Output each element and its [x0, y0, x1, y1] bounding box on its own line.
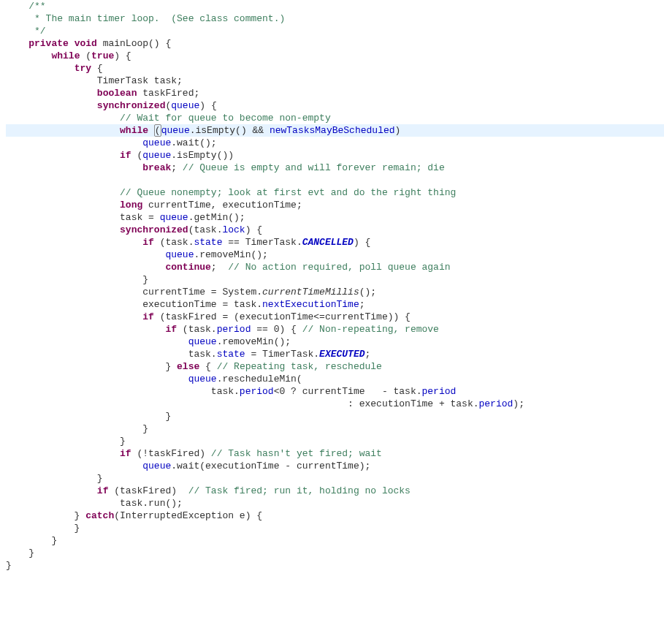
token-kw: if [142, 311, 154, 322]
token-comment: // Non-repeating, remove [302, 324, 439, 335]
code-line[interactable]: while (true) { [6, 50, 664, 62]
code-line[interactable]: } else { // Repeating task, reschedule [6, 360, 664, 373]
token-comment: // Wait for queue to become non-empty [120, 113, 331, 124]
code-line[interactable]: // Queue nonempty; look at first evt and… [6, 186, 664, 199]
token-kw: catch [85, 510, 114, 521]
token-comment: * The main timer loop. (See class commen… [28, 13, 285, 24]
token-kw: while [51, 50, 80, 61]
code-line[interactable]: synchronized(task.lock) { [6, 224, 664, 236]
code-line[interactable]: task.state = TimerTask.EXECUTED; [6, 348, 664, 360]
token-field: queue [188, 336, 217, 347]
code-line[interactable]: } catch(InterruptedException e) { [6, 509, 664, 522]
token-kw: synchronized [120, 224, 188, 235]
token-field: newTasksMayBeScheduled [270, 125, 395, 136]
token-kw: while [120, 125, 148, 136]
code-line[interactable]: } [6, 472, 664, 485]
token-field: nextExecutionTime [262, 299, 359, 310]
token-kw: boolean [97, 88, 137, 99]
code-line[interactable]: } [6, 435, 664, 447]
token-kw: private [28, 38, 69, 49]
token-staticf: EXECUTED [319, 349, 365, 360]
token-field: lock [222, 224, 245, 235]
code-line[interactable]: break; // Queue is empty and will foreve… [6, 162, 664, 174]
token-field: queue [171, 100, 199, 111]
code-line[interactable]: // Wait for queue to become non-empty [6, 112, 664, 124]
code-line[interactable]: if (!taskFired) // Task hasn't yet fired… [6, 447, 664, 460]
token-comment: // Task fired; run it, holding no locks [188, 485, 411, 496]
token-kw: if [120, 150, 131, 161]
code-line[interactable] [6, 174, 664, 186]
code-line[interactable]: queue.wait(executionTime - currentTime); [6, 460, 664, 472]
code-line[interactable]: executionTime = task.nextExecutionTime; [6, 298, 664, 311]
code-line[interactable]: currentTime = System.currentTimeMillis()… [6, 286, 664, 298]
code-editor[interactable]: /** * The main timer loop. (See class co… [0, 0, 664, 572]
token-field: queue [161, 125, 190, 136]
token-field: period [217, 324, 251, 335]
code-line[interactable]: task = queue.getMin(); [6, 211, 664, 224]
code-line[interactable]: if (queue.isEmpty()) [6, 149, 664, 162]
token-kw: if [97, 485, 109, 496]
code-line[interactable]: while (queue.isEmpty() && newTasksMayBeS… [6, 124, 664, 137]
code-line[interactable]: boolean taskFired; [6, 87, 664, 99]
token-kw: if [120, 448, 131, 459]
code-line[interactable]: TimerTask task; [6, 75, 664, 87]
token-kw: break [142, 162, 171, 173]
token-staticf: CANCELLED [302, 237, 354, 248]
code-line[interactable]: } [6, 410, 664, 423]
code-line[interactable]: queue.removeMin(); [6, 249, 664, 261]
code-line[interactable]: queue.wait(); [6, 137, 664, 149]
code-line[interactable]: */ [6, 25, 664, 37]
token-kw: true [91, 50, 114, 61]
code-line[interactable]: task.period<0 ? currentTime - task.perio… [6, 385, 664, 398]
token-field: queue [142, 150, 171, 161]
code-line[interactable]: /** [6, 0, 664, 12]
code-line[interactable]: queue.removeMin(); [6, 336, 664, 348]
token-comment: // No action required, poll queue again [228, 262, 450, 273]
code-line[interactable]: } [6, 547, 664, 559]
code-line[interactable]: } [6, 273, 664, 286]
code-line[interactable]: } [6, 522, 664, 534]
token-field: queue [188, 374, 217, 384]
code-line[interactable]: : executionTime + task.period); [6, 398, 664, 410]
token-comment: */ [28, 26, 45, 37]
token-comment: // Repeating task, reschedule [217, 361, 382, 372]
code-line[interactable]: * The main timer loop. (See class commen… [6, 12, 664, 25]
code-line[interactable]: } [6, 423, 664, 435]
code-line[interactable]: } [6, 559, 664, 572]
token-kw: synchronized [97, 100, 166, 111]
code-line[interactable]: if (taskFired = (executionTime<=currentT… [6, 311, 664, 323]
token-kw: else [177, 361, 199, 372]
code-line[interactable]: if (task.period == 0) { // Non-repeating… [6, 323, 664, 336]
token-comment: // Task hasn't yet fired; wait [211, 448, 382, 459]
token-kw: if [165, 324, 177, 335]
code-line[interactable]: private void mainLoop() { [6, 37, 664, 50]
code-line[interactable]: synchronized(queue) { [6, 99, 664, 112]
token-field: state [194, 237, 222, 248]
code-line[interactable]: } [6, 534, 664, 547]
token-comment: /** [28, 1, 45, 12]
code-line[interactable]: if (task.state == TimerTask.CANCELLED) { [6, 236, 664, 249]
token-kw: if [142, 237, 154, 248]
token-field: queue [160, 212, 188, 223]
code-line[interactable]: task.run(); [6, 497, 664, 509]
token-field: queue [165, 249, 194, 260]
token-kw: try [75, 63, 91, 74]
code-line[interactable]: queue.rescheduleMin( [6, 373, 664, 385]
token-comment: // Queue nonempty; look at first evt and… [120, 187, 456, 198]
token-staticm: currentTimeMillis [262, 287, 359, 298]
token-field: queue [142, 461, 171, 471]
code-line[interactable]: long currentTime, executionTime; [6, 199, 664, 211]
token-field: state [217, 349, 245, 360]
code-line[interactable]: try { [6, 62, 664, 75]
token-field: period [422, 386, 457, 397]
token-kw: void [75, 38, 97, 49]
code-line[interactable]: continue; // No action required, poll qu… [6, 261, 664, 273]
token-field: period [240, 386, 274, 397]
code-line[interactable]: if (taskFired) // Task fired; run it, ho… [6, 485, 664, 497]
token-comment: // Queue is empty and will forever remai… [183, 162, 445, 173]
token-kw: continue [165, 262, 210, 273]
token-kw: long [120, 200, 142, 211]
token-field: period [479, 398, 514, 409]
token-field: queue [142, 137, 171, 148]
token-bracket: ( [154, 124, 161, 137]
